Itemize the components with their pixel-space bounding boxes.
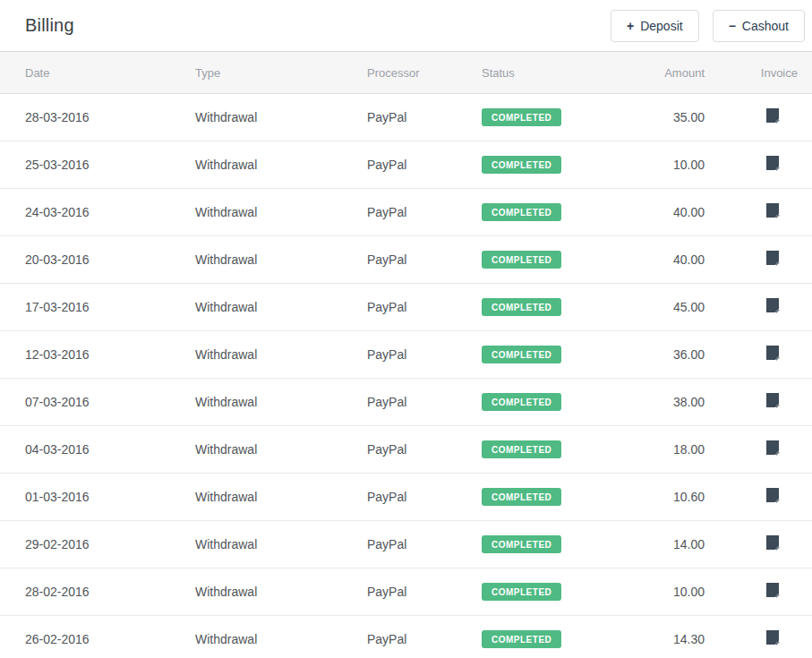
invoice-cell <box>705 379 812 426</box>
status-cell: COMPLETED <box>482 284 616 331</box>
invoice-cell <box>705 236 812 284</box>
cashout-button-label: Cashout <box>742 19 789 33</box>
invoice-cell <box>705 474 812 521</box>
status-badge: COMPLETED <box>482 298 561 316</box>
date-cell: 25-03-2016 <box>0 141 195 189</box>
status-cell: COMPLETED <box>482 426 616 474</box>
amount-cell: 36.00 <box>616 331 705 379</box>
invoice-icon[interactable] <box>765 203 781 218</box>
type-cell: Withdrawal <box>195 284 367 331</box>
cashout-button[interactable]: − Cashout <box>713 10 805 42</box>
invoice-cell <box>705 141 812 189</box>
date-cell: 17-03-2016 <box>0 284 195 331</box>
type-cell: Withdrawal <box>195 141 367 189</box>
status-badge: COMPLETED <box>482 156 561 174</box>
status-badge: COMPLETED <box>482 251 561 269</box>
status-badge: COMPLETED <box>482 630 561 648</box>
invoice-cell <box>705 94 812 141</box>
date-cell: 12-03-2016 <box>0 331 195 379</box>
deposit-button-label: Deposit <box>640 19 682 33</box>
processor-cell: PayPal <box>367 284 482 331</box>
type-cell: Withdrawal <box>195 189 367 236</box>
plus-icon: + <box>627 20 634 32</box>
status-cell: COMPLETED <box>482 94 616 141</box>
invoice-icon[interactable] <box>765 630 781 645</box>
billing-table: Date Type Processor Status Amount Invoic… <box>0 51 812 658</box>
status-badge: COMPLETED <box>482 488 561 506</box>
amount-cell: 45.00 <box>616 284 705 331</box>
processor-cell: PayPal <box>367 189 482 236</box>
invoice-icon[interactable] <box>765 440 781 456</box>
toolbar-actions: + Deposit − Cashout <box>611 10 805 42</box>
invoice-icon[interactable] <box>765 251 781 266</box>
status-badge: COMPLETED <box>482 583 561 601</box>
table-row: 17-03-2016 Withdrawal PayPal COMPLETED 4… <box>0 284 812 331</box>
column-header-type: Type <box>195 52 367 94</box>
table-row: 26-02-2016 Withdrawal PayPal COMPLETED 1… <box>0 616 812 658</box>
invoice-icon[interactable] <box>765 535 781 551</box>
amount-cell: 10.60 <box>616 474 705 521</box>
column-header-amount: Amount <box>616 52 705 94</box>
amount-cell: 18.00 <box>616 426 705 474</box>
processor-cell: PayPal <box>367 379 482 426</box>
invoice-cell <box>705 521 812 568</box>
invoice-cell <box>705 616 812 658</box>
processor-cell: PayPal <box>367 474 482 521</box>
status-cell: COMPLETED <box>482 236 616 284</box>
topbar: Billing + Deposit − Cashout <box>0 0 812 51</box>
table-row: 24-03-2016 Withdrawal PayPal COMPLETED 4… <box>0 189 812 236</box>
status-cell: COMPLETED <box>482 379 616 426</box>
date-cell: 01-03-2016 <box>0 474 195 521</box>
type-cell: Withdrawal <box>195 616 367 658</box>
status-badge: COMPLETED <box>482 393 561 411</box>
type-cell: Withdrawal <box>195 331 367 379</box>
processor-cell: PayPal <box>367 521 482 568</box>
invoice-icon[interactable] <box>765 583 781 598</box>
page-title: Billing <box>25 15 74 36</box>
invoice-icon[interactable] <box>765 108 781 124</box>
table-header: Date Type Processor Status Amount Invoic… <box>0 52 812 94</box>
type-cell: Withdrawal <box>195 426 367 474</box>
invoice-icon[interactable] <box>765 346 781 361</box>
date-cell: 26-02-2016 <box>0 616 195 658</box>
type-cell: Withdrawal <box>195 236 367 284</box>
invoice-icon[interactable] <box>765 488 781 503</box>
table-row: 01-03-2016 Withdrawal PayPal COMPLETED 1… <box>0 474 812 521</box>
amount-cell: 10.00 <box>616 568 705 616</box>
date-cell: 28-03-2016 <box>0 94 195 141</box>
status-cell: COMPLETED <box>482 331 616 379</box>
status-cell: COMPLETED <box>482 474 616 521</box>
date-cell: 04-03-2016 <box>0 426 195 474</box>
minus-icon: − <box>729 20 736 32</box>
amount-cell: 14.00 <box>616 521 705 568</box>
status-badge: COMPLETED <box>482 440 561 458</box>
amount-cell: 35.00 <box>616 94 705 141</box>
date-cell: 24-03-2016 <box>0 189 195 236</box>
invoice-icon[interactable] <box>765 156 781 171</box>
amount-cell: 38.00 <box>616 379 705 426</box>
processor-cell: PayPal <box>367 616 482 658</box>
date-cell: 20-03-2016 <box>0 236 195 284</box>
amount-cell: 14.30 <box>616 616 705 658</box>
invoice-cell <box>705 568 812 616</box>
status-cell: COMPLETED <box>482 141 616 189</box>
status-badge: COMPLETED <box>482 346 561 363</box>
processor-cell: PayPal <box>367 568 482 616</box>
column-header-processor: Processor <box>367 52 482 94</box>
status-cell: COMPLETED <box>482 521 616 568</box>
invoice-icon[interactable] <box>765 393 781 408</box>
processor-cell: PayPal <box>367 94 482 141</box>
column-header-date: Date <box>0 52 195 94</box>
type-cell: Withdrawal <box>195 474 367 521</box>
deposit-button[interactable]: + Deposit <box>611 10 699 42</box>
table-row: 28-03-2016 Withdrawal PayPal COMPLETED 3… <box>0 94 812 141</box>
invoice-icon[interactable] <box>765 298 781 313</box>
status-cell: COMPLETED <box>482 568 616 616</box>
type-cell: Withdrawal <box>195 568 367 616</box>
invoice-cell <box>705 284 812 331</box>
status-cell: COMPLETED <box>482 189 616 236</box>
amount-cell: 40.00 <box>616 189 705 236</box>
table-row: 28-02-2016 Withdrawal PayPal COMPLETED 1… <box>0 568 812 616</box>
date-cell: 28-02-2016 <box>0 568 195 616</box>
status-badge: COMPLETED <box>482 108 561 126</box>
